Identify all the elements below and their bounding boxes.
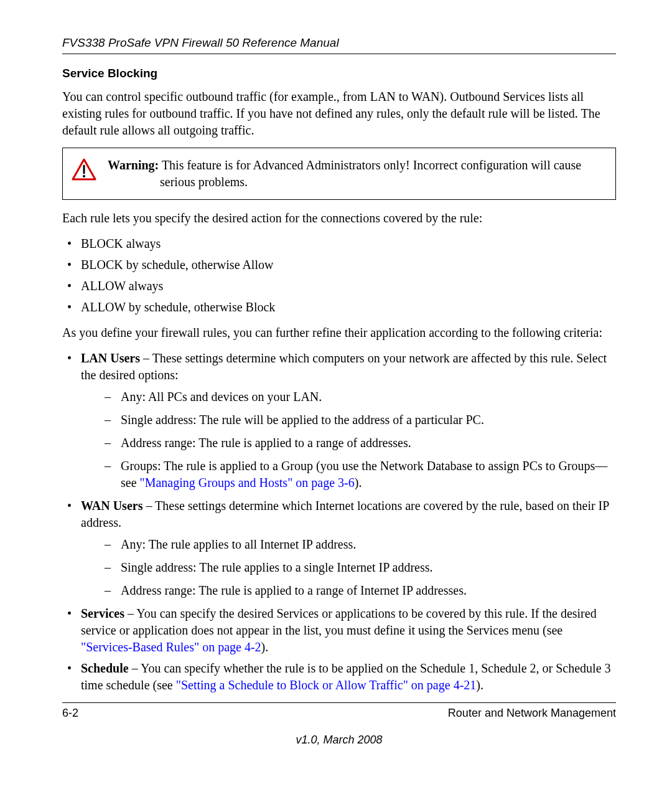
list-item: BLOCK always	[62, 235, 616, 252]
running-head: FVS338 ProSafe VPN Firewall 50 Reference…	[62, 35, 616, 51]
groups-suffix: ).	[355, 476, 362, 489]
page-footer: 6-2 Router and Network Management	[62, 706, 616, 720]
criteria-list: LAN Users – These settings determine whi…	[62, 350, 616, 694]
svg-point-2	[83, 175, 85, 177]
rule-actions-list: BLOCK always BLOCK by schedule, otherwis…	[62, 235, 616, 316]
rules-intro: Each rule lets you specify the desired a…	[62, 210, 616, 227]
lan-text: – These settings determine which compute…	[81, 351, 607, 382]
list-item: Any: The rule applies to all Internet IP…	[100, 536, 616, 553]
lan-label: LAN Users	[81, 351, 140, 365]
version-line: v1.0, March 2008	[62, 732, 616, 747]
wan-text: – These settings determine which Interne…	[81, 499, 609, 529]
schedule-label: Schedule	[81, 661, 129, 675]
footer-rule	[62, 702, 616, 703]
criteria-services: Services – You can specify the desired S…	[62, 605, 616, 656]
services-prefix: – You can specify the desired Services o…	[81, 606, 597, 637]
wan-sublist: Any: The rule applies to all Internet IP…	[81, 536, 616, 599]
list-item: Any: All PCs and devices on your LAN.	[100, 389, 616, 405]
section-title: Service Blocking	[62, 65, 616, 82]
services-suffix: ).	[261, 640, 269, 654]
list-item: BLOCK by schedule, otherwise Allow	[62, 257, 616, 273]
criteria-wan-users: WAN Users – These settings determine whi…	[62, 498, 616, 599]
intro-paragraph: You can control specific outbound traffi…	[62, 88, 616, 139]
list-item: Single address: The rule applies to a si…	[100, 559, 616, 576]
criteria-lan-users: LAN Users – These settings determine whi…	[62, 350, 616, 491]
warning-text: Warning: This feature is for Advanced Ad…	[108, 157, 605, 191]
warning-body: This feature is for Advanced Administrat…	[160, 158, 581, 189]
schedule-suffix: ).	[476, 678, 483, 692]
list-item: ALLOW always	[62, 278, 616, 295]
lan-sublist: Any: All PCs and devices on your LAN. Si…	[81, 389, 616, 491]
refine-intro: As you define your firewall rules, you c…	[62, 324, 616, 341]
warning-box: Warning: This feature is for Advanced Ad…	[62, 148, 616, 200]
list-item: Address range: The rule is applied to a …	[100, 582, 616, 599]
page-number: 6-2	[62, 706, 78, 720]
chapter-name: Router and Network Management	[448, 706, 616, 720]
list-item: ALLOW by schedule, otherwise Block	[62, 299, 616, 316]
list-item: Groups: The rule is applied to a Group (…	[100, 458, 616, 491]
link-managing-groups[interactable]: "Managing Groups and Hosts" on page 3-6	[140, 476, 355, 489]
services-label: Services	[81, 606, 124, 620]
wan-label: WAN Users	[81, 499, 142, 512]
header-rule	[62, 54, 616, 54]
list-item: Address range: The rule is applied to a …	[100, 435, 616, 451]
criteria-schedule: Schedule – You can specify whether the r…	[62, 660, 616, 694]
link-schedule[interactable]: "Setting a Schedule to Block or Allow Tr…	[176, 678, 477, 692]
warning-triangle-icon	[72, 158, 96, 181]
warning-label: Warning:	[108, 158, 159, 172]
list-item: Single address: The rule will be applied…	[100, 412, 616, 428]
page-container: FVS338 ProSafe VPN Firewall 50 Reference…	[0, 0, 672, 766]
link-services-rules[interactable]: "Services-Based Rules" on page 4-2	[81, 640, 261, 654]
